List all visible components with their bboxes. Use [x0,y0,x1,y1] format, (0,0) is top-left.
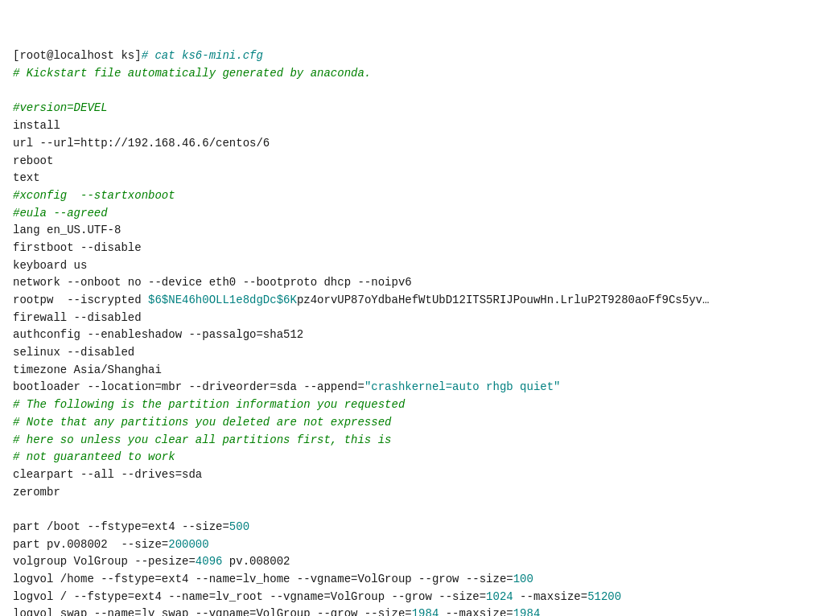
line-part-boot: part /boot --fstype=ext4 --size=500 [13,520,249,533]
line-code: authconfig --enableshadow --passalgo=sha… [13,328,303,341]
line-comment: # The following is the partition informa… [13,398,405,411]
line-code: keyboard us [13,259,87,272]
line-comment: #version=DEVEL [13,101,108,114]
line-code: selinux --disabled [13,346,134,359]
line-code: lang en_US.UTF-8 [13,224,121,236]
code-content: [root@localhost ks]# cat ks6-mini.cfg # … [13,13,827,616]
terminal-window: [root@localhost ks]# cat ks6-mini.cfg # … [0,0,840,616]
line-comment: #eula --agreed [13,207,108,220]
line-code: firewall --disabled [13,311,142,324]
line-bootloader: bootloader --location=mbr --driveorder=s… [13,380,561,393]
cat-command: # cat ks6-mini.cfg [142,49,263,62]
line-logvol-swap: logvol swap --name=lv_swap --vgname=VolG… [13,607,540,616]
line-part-pv: part pv.008002 --size=200000 [13,538,209,551]
line-code: zerombr [13,486,60,499]
line-rootpw: rootpw --iscrypted $6$NE46h0OLL1e8dgDc$6… [13,294,709,306]
line-code: install [13,119,60,132]
line-comment: # not guaranteed to work [13,450,175,463]
line-comment: # Note that any partitions you deleted a… [13,416,391,429]
line-logvol-root: logvol / --fstype=ext4 --name=lv_root --… [13,590,621,603]
line-comment: # Kickstart file automatically generated… [13,67,371,80]
line-code: reboot [13,154,53,167]
line-code: network --onboot no --device eth0 --boot… [13,276,412,289]
line-code: text [13,171,40,184]
line-code: clearpart --all --drives=sda [13,468,202,481]
line-code: url --url=http://192.168.46.6/centos/6 [13,137,270,150]
line-comment: # here so unless you clear all partition… [13,433,391,446]
line-prompt: [root@localhost ks]# cat ks6-mini.cfg [13,49,263,62]
line-logvol-home: logvol /home --fstype=ext4 --name=lv_hom… [13,573,533,585]
line-code: firstboot --disable [13,241,142,254]
prompt-text: [root@localhost ks] [13,49,142,62]
line-volgroup: volgroup VolGroup --pesize=4096 pv.00800… [13,555,290,568]
line-comment: #xconfig --startxonboot [13,189,175,202]
line-code: timezone Asia/Shanghai [13,363,162,376]
